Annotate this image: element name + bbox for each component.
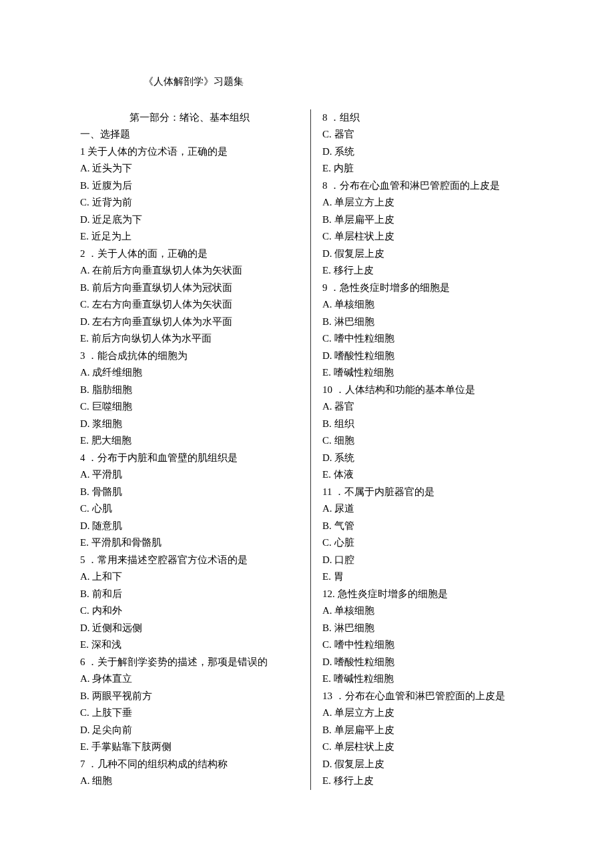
text-line: A. 单层立方上皮 [322,705,541,722]
text-line: C. 单层柱状上皮 [322,739,541,756]
text-line: 12. 急性炎症时增多的细胞是 [322,586,541,603]
text-line: B. 两眼平视前方 [80,688,298,705]
section-subtitle: 第一部分：绪论、基本组织 [80,109,298,127]
text-line: 2 ．关于人体的面，正确的是 [80,246,298,263]
text-line: D. 口腔 [322,552,541,569]
text-line: A. 尿道 [322,500,541,518]
text-line: B. 骨骼肌 [80,484,298,501]
text-line: E. 胃 [322,568,541,586]
text-line: 1 关于人体的方位术语，正确的是 [80,143,298,161]
text-line: D. 近足底为下 [80,211,298,229]
text-line: E. 肥大细胞 [80,432,298,450]
text-line: B. 淋巴细胞 [322,620,541,637]
text-line: D. 足尖向前 [80,722,298,739]
text-line: 10 ．人体结构和功能的基本单位是 [322,382,541,399]
text-line: E. 深和浅 [80,636,298,654]
text-line: 11 ．不属于内脏器官的是 [322,484,541,501]
text-line: C. 心肌 [80,500,298,518]
section-header: 一、选择题 [80,126,298,143]
text-line: B. 前和后 [80,586,298,603]
text-line: C. 心脏 [322,534,541,552]
text-line: E. 平滑肌和骨骼肌 [80,534,298,552]
text-line: D. 左右方向垂直纵切人体为水平面 [80,314,298,331]
text-line: A. 平滑肌 [80,466,298,484]
text-line: C. 上肢下垂 [80,705,298,722]
text-line: C. 细胞 [322,432,541,450]
text-line: D. 假复层上皮 [322,246,541,263]
text-line: D. 随意肌 [80,518,298,535]
text-line: A. 在前后方向垂直纵切人体为矢状面 [80,262,298,280]
text-line: A. 细胞 [80,773,298,790]
text-line: E. 体液 [322,466,541,484]
text-line: D. 近侧和远侧 [80,620,298,637]
text-line: E. 手掌贴靠下肢两侧 [80,739,298,756]
text-line: B. 近腹为后 [80,177,298,195]
text-line: D. 系统 [322,450,541,467]
text-line: A. 单核细胞 [322,602,541,620]
text-line: C. 近背为前 [80,194,298,211]
text-line: A. 近头为下 [80,160,298,177]
text-line: E. 移行上皮 [322,262,541,280]
text-line: C. 内和外 [80,602,298,620]
text-line: C. 左右方向垂直纵切人体为矢状面 [80,296,298,314]
text-line: D. 假复层上皮 [322,756,541,773]
text-line: C. 器官 [322,126,541,143]
text-line: 7 ．几种不同的组织构成的结构称 [80,756,298,773]
text-line: A. 身体直立 [80,671,298,688]
text-line: D. 系统 [322,143,541,161]
text-line: 6 ．关于解剖学姿势的描述，那项是错误的 [80,654,298,671]
text-line: B. 前后方向垂直纵切人体为冠状面 [80,280,298,297]
text-line: C. 巨噬细胞 [80,398,298,416]
text-line: B. 单层扁平上皮 [322,722,541,739]
text-line: A. 成纤维细胞 [80,364,298,382]
content-columns: 第一部分：绪论、基本组织 一、选择题 1 关于人体的方位术语，正确的是A. 近头… [80,109,541,790]
text-line: E. 近足为上 [80,228,298,246]
text-line: B. 单层扁平上皮 [322,211,541,229]
text-line: D. 浆细胞 [80,416,298,433]
text-line: D. 嗜酸性粒细胞 [322,348,541,365]
text-line: B. 气管 [322,518,541,535]
text-line: A. 器官 [322,398,541,416]
text-line: 13 ．分布在心血管和淋巴管腔面的上皮是 [322,688,541,705]
text-line: C. 嗜中性粒细胞 [322,636,541,654]
text-line: 4 ．分布于内脏和血管壁的肌组织是 [80,450,298,467]
text-line: 8 ．分布在心血管和淋巴管腔面的上皮是 [322,177,541,195]
text-line: E. 移行上皮 [322,773,541,790]
document-title: 《人体解剖学》习题集 [80,73,541,91]
text-line: D. 嗜酸性粒细胞 [322,654,541,671]
text-line: A. 单层立方上皮 [322,194,541,211]
text-line: 9 ．急性炎症时增多的细胞是 [322,280,541,297]
text-line: A. 上和下 [80,568,298,586]
text-line: 3 ．能合成抗体的细胞为 [80,348,298,365]
text-line: 8 ．组织 [322,109,541,127]
text-line: C. 单层柱状上皮 [322,228,541,246]
text-line: 5 ．常用来描述空腔器官方位术语的是 [80,552,298,569]
text-line: C. 嗜中性粒细胞 [322,330,541,348]
text-line: E. 前后方向纵切人体为水平面 [80,330,298,348]
text-line: E. 嗜碱性粒细胞 [322,364,541,382]
text-line: B. 组织 [322,416,541,433]
text-line: B. 淋巴细胞 [322,314,541,331]
text-line: E. 嗜碱性粒细胞 [322,671,541,688]
text-line: B. 脂肪细胞 [80,382,298,399]
text-line: E. 内脏 [322,160,541,177]
text-line: A. 单核细胞 [322,296,541,314]
